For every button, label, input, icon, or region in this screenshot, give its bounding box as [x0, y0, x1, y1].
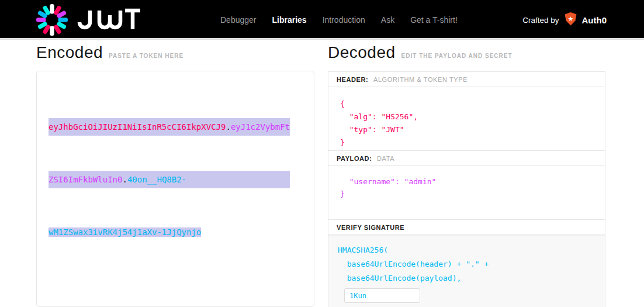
header-box-sublabel: ALGORITHM & TOKEN TYPE [373, 76, 468, 83]
nav-link-debugger[interactable]: Debugger [220, 15, 257, 25]
verify-signature-content: HMACSHA256( base64UrlEncode(header) + ".… [328, 235, 605, 307]
auth0-label: Auth0 [582, 15, 607, 25]
encoded-subtitle: PASTE A TOKEN HERE [109, 53, 183, 59]
header-box-label: HEADER: [337, 76, 368, 83]
jwt-pinwheel-icon [36, 4, 68, 38]
nav-link-tshirt[interactable]: Get a T-shirt! [410, 15, 458, 25]
nav-link-ask[interactable]: Ask [381, 15, 394, 25]
jwt-logo[interactable] [36, 4, 143, 38]
nav-link-introduction[interactable]: Introduction [323, 15, 365, 25]
decoded-subtitle: EDIT THE PAYLOAD AND SECRET [401, 53, 513, 59]
jwt-token-text: eyJhbGciOiJIUzI1NiIsInR5cCI6IkpXVCJ9.eyJ… [49, 83, 290, 276]
verify-signature-box: VERIFY SIGNATURE HMACSHA256( base64UrlEn… [328, 219, 605, 307]
decoded-panel: Decoded EDIT THE PAYLOAD AND SECRET HEAD… [328, 42, 605, 307]
token-signature-segment: wM1ZSwax3ivRK4j54j1aXv-1JjQynjo [49, 227, 201, 237]
auth0-logo-icon: ★ [565, 12, 577, 28]
verify-box-label: VERIFY SIGNATURE [337, 224, 404, 231]
svg-text:★: ★ [567, 15, 573, 22]
crafted-by-auth0[interactable]: Crafted by ★ Auth0 [522, 0, 607, 40]
top-nav: Debugger Libraries Introduction Ask Get … [0, 0, 644, 40]
token-dot: . [226, 122, 230, 132]
token-payload-segment: eyJ1c2VybmFt [231, 122, 290, 132]
token-header-segment: eyJhbGciOiJIUzI1NiIsInR5cCI6IkpXVCJ9 [49, 122, 226, 132]
token-signature-segment: 40on__HQ8B2- [127, 175, 186, 184]
token-dot: . [122, 175, 127, 184]
nav-links: Debugger Libraries Introduction Ask Get … [220, 0, 458, 40]
token-editor[interactable]: eyJhbGciOiJIUzI1NiIsInR5cCI6IkpXVCJ9.eyJ… [36, 71, 314, 307]
header-json-editor[interactable]: { "alg": "HS256", "typ": "JWT" } [328, 87, 605, 160]
payload-box-label: PAYLOAD: [337, 155, 372, 162]
crafted-by-label: Crafted by [522, 16, 559, 25]
header-box: HEADER: ALGORITHM & TOKEN TYPE { "alg": … [328, 71, 605, 151]
decoded-title: Decoded [328, 43, 396, 62]
payload-box: PAYLOAD: DATA "username": "admin" } [328, 150, 605, 220]
nav-link-libraries[interactable]: Libraries [272, 15, 307, 25]
token-payload-segment: ZSI6ImFkbWluIn0 [49, 175, 122, 184]
hmac-formula-text: HMACSHA256( base64UrlEncode(header) + ".… [338, 243, 595, 285]
encoded-panel: Encoded PASTE A TOKEN HERE eyJhbGciOiJIU… [36, 42, 314, 307]
encoded-title: Encoded [36, 43, 103, 62]
jwt-wordmark-icon [77, 8, 143, 34]
secret-input[interactable] [344, 288, 420, 303]
payload-json-editor[interactable]: "username": "admin" } [328, 166, 605, 209]
payload-box-sublabel: DATA [377, 155, 394, 162]
